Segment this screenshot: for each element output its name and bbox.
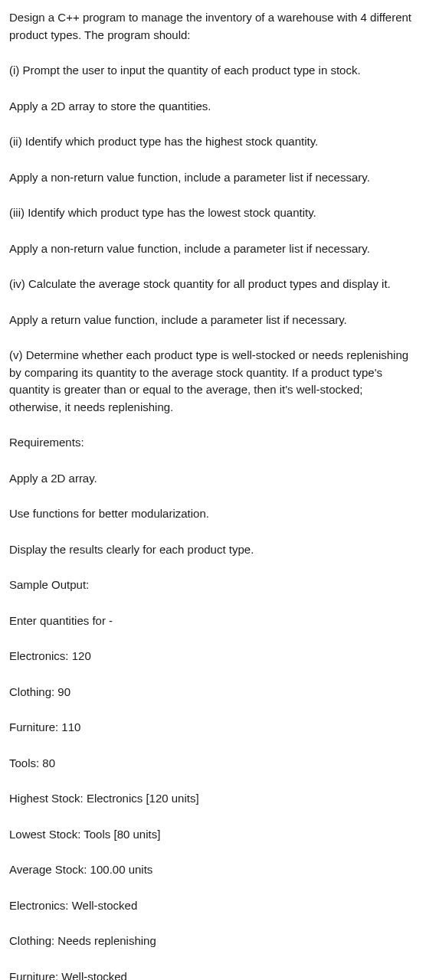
paragraph-requirements-heading: Requirements: xyxy=(9,434,417,452)
paragraphs-sample-average: Average Stock: 100.00 units xyxy=(9,861,417,879)
paragraph-sample-clothing-status: Clothing: Needs replenishing xyxy=(9,933,417,950)
paragraph-req-display: Display the results clearly for each pro… xyxy=(9,541,417,559)
paragraph-sample-tools: Tools: 80 xyxy=(9,755,417,773)
paragraph-apply-nonreturn-1: Apply a non-return value function, inclu… xyxy=(9,169,417,187)
paragraph-sample-furniture: Furniture: 110 xyxy=(9,719,417,737)
paragraph-sample-clothing: Clothing: 90 xyxy=(9,684,417,701)
paragraph-sample-lowest: Lowest Stock: Tools [80 units] xyxy=(9,826,417,844)
paragraph-req-ii: (ii) Identify which product type has the… xyxy=(9,133,417,151)
paragraph-req-v: (v) Determine whether each product type … xyxy=(9,347,417,416)
paragraph-apply-2d: Apply a 2D array to store the quantities… xyxy=(9,98,417,116)
paragraph-sample-furniture-status: Furniture: Well-stocked xyxy=(9,969,417,981)
paragraph-req-iii: (iii) Identify which product type has th… xyxy=(9,204,417,222)
paragraph-sample-electronics: Electronics: 120 xyxy=(9,648,417,665)
paragraph-apply-return: Apply a return value function, include a… xyxy=(9,312,417,329)
paragraph-intro: Design a C++ program to manage the inven… xyxy=(9,9,417,44)
paragraph-sample-prompt: Enter quantities for - xyxy=(9,612,417,630)
paragraph-req-apply-2d: Apply a 2D array. xyxy=(9,470,417,488)
paragraph-apply-nonreturn-2: Apply a non-return value function, inclu… xyxy=(9,240,417,258)
paragraph-req-i: (i) Prompt the user to input the quantit… xyxy=(9,62,417,80)
document-body: Design a C++ program to manage the inven… xyxy=(9,9,417,980)
paragraph-req-functions: Use functions for better modularization. xyxy=(9,505,417,523)
paragraph-sample-output-heading: Sample Output: xyxy=(9,577,417,594)
paragraph-sample-highest: Highest Stock: Electronics [120 units] xyxy=(9,790,417,808)
paragraph-sample-electronics-status: Electronics: Well-stocked xyxy=(9,897,417,915)
paragraph-req-iv: (iv) Calculate the average stock quantit… xyxy=(9,276,417,293)
